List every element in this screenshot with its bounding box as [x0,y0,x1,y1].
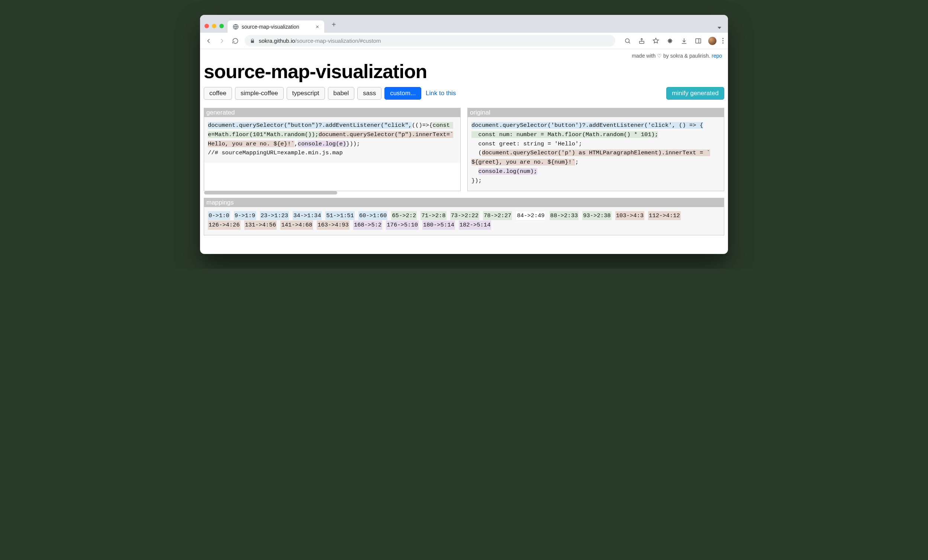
orig-l3: const greet: string = 'Hello'; [472,140,582,147]
mapping-entry[interactable]: 60->1:60 [359,211,388,221]
tabs-dropdown-icon[interactable] [717,27,721,29]
browser-tab[interactable]: source-map-visualization × [227,20,324,33]
orig-l2b: Math.floor(Math.random() * 101); [548,131,658,138]
profile-avatar[interactable] [708,37,716,45]
repo-link[interactable]: repo [711,53,722,59]
mapping-entry[interactable]: 0->1:0 [208,211,230,221]
mapping-entry[interactable]: 23->1:23 [260,211,289,221]
mappings-panel-title: mappings [204,198,724,207]
attribution: made with ♡ by sokra & paulirish. repo [204,51,724,59]
attribution-by: by sokra & paulirish. [662,53,711,59]
mapping-entry[interactable]: 65->2:2 [391,211,417,221]
gen-seg-2: (()=>{ [412,122,433,129]
orig-l6: }); [472,177,482,184]
mapping-entry[interactable]: 71->2:8 [420,211,446,221]
simple-coffee-button[interactable]: simple-coffee [235,87,284,100]
browser-window: source-map-visualization × + sokra.githu… [200,15,728,254]
gen-seg-7: console.log(e) [298,140,346,147]
sass-button[interactable]: sass [357,87,382,100]
svg-point-1 [625,39,629,43]
preset-buttons: coffee simple-coffee typescript babel sa… [204,87,724,100]
mapping-entry[interactable]: 9->1:9 [234,211,256,221]
mapping-entry[interactable]: 93->2:38 [582,211,611,221]
panels: generated document.querySelector("button… [204,108,724,235]
orig-l4a: ( [472,150,482,156]
close-window-button[interactable] [205,24,209,28]
heart-icon: ♡ [657,53,662,59]
custom-button[interactable]: custom... [385,87,421,100]
minify-generated-button[interactable]: minify generated [666,87,724,100]
mapping-entry[interactable]: 88->2:33 [549,211,578,221]
downloads-icon[interactable] [680,37,688,45]
sidepanel-icon[interactable] [694,37,702,45]
orig-l4b: document.querySelector('p') as HTMLParag… [472,150,710,165]
traffic-lights [205,24,224,33]
attribution-prefix: made with [632,53,657,59]
orig-l1: document.querySelector('button')?.addEve… [472,122,703,129]
generated-panel-title: generated [204,108,460,117]
gen-comment: //# sourceMappingURL=example.min.js.map [208,150,343,156]
mapping-entry[interactable]: 168->5:2 [353,221,382,230]
coffee-button[interactable]: coffee [204,87,232,100]
gen-seg-8: })); [346,140,360,147]
address-bar[interactable]: sokra.github.io/source-map-visualization… [245,35,615,46]
svg-rect-3 [696,39,701,43]
original-panel-title: original [468,108,724,117]
mapping-entry[interactable]: 51->1:51 [325,211,354,221]
tab-title: source-map-visualization [242,24,299,30]
mapping-entry[interactable]: 180->5:14 [422,221,455,230]
mapping-entry[interactable]: 78->2:27 [483,211,512,221]
mapping-entry[interactable]: 103->4:3 [615,211,644,221]
forward-button[interactable] [218,37,226,45]
mappings-list[interactable]: 0->1:09->1:923->1:2334->1:3451->1:5160->… [204,207,724,235]
orig-l5a [472,168,478,175]
globe-icon [233,24,239,30]
mappings-panel: mappings 0->1:09->1:923->1:2334->1:3451-… [204,198,724,236]
generated-panel: generated document.querySelector("button… [204,108,461,191]
mapping-entry[interactable]: 182->5:14 [459,221,491,230]
url-path: /source-map-visualization/#custom [295,38,381,44]
mapping-entry[interactable]: 34->1:34 [293,211,322,221]
orig-l2a: const num: number = [472,131,548,138]
new-tab-button[interactable]: + [328,18,340,31]
orig-l5b: console.log(num); [478,168,537,175]
mapping-entry[interactable]: 126->4:26 [208,221,241,230]
original-panel: original document.querySelector('button'… [467,108,724,191]
url-host: sokra.github.io [259,38,295,44]
menu-button[interactable] [722,38,723,44]
gen-seg-6: , [295,140,298,147]
mapping-entry[interactable]: 176->5:10 [386,221,419,230]
mapping-entry[interactable]: 141->4:68 [280,221,313,230]
bookmark-star-icon[interactable] [652,37,660,45]
url-text: sokra.github.io/source-map-visualization… [259,38,381,44]
mapping-entry[interactable]: 84->2:49 [516,211,545,221]
minimize-window-button[interactable] [212,24,217,28]
generated-code[interactable]: document.querySelector("button")?.addEve… [204,117,460,163]
back-button[interactable] [205,37,213,45]
toolbar-actions [624,37,723,45]
mapping-entry[interactable]: 163->4:93 [317,221,350,230]
page-content: made with ♡ by sokra & paulirish. repo s… [200,49,728,254]
extensions-icon[interactable] [666,37,674,45]
gen-seg-4: Math.floor(101*Math.random()); [215,131,319,138]
babel-button[interactable]: babel [328,87,355,100]
lock-icon [250,38,255,44]
search-icon[interactable] [624,37,632,45]
titlebar: source-map-visualization × + [200,15,728,33]
orig-l4c: ; [575,159,578,165]
mapping-entry[interactable]: 73->2:22 [450,211,479,221]
maximize-window-button[interactable] [219,24,224,28]
page-title: source-map-visualization [204,60,724,82]
link-to-this[interactable]: Link to this [426,90,456,97]
browser-toolbar: sokra.github.io/source-map-visualization… [200,33,728,49]
reload-button[interactable] [231,37,240,45]
close-tab-button[interactable]: × [316,23,319,30]
mapping-entry[interactable]: 131->4:56 [244,221,277,230]
mapping-entry[interactable]: 112->4:12 [648,211,681,221]
share-icon[interactable] [638,37,646,45]
typescript-button[interactable]: typescript [287,87,325,100]
gen-seg-1: document.querySelector("button")?.addEve… [208,122,412,129]
original-code[interactable]: document.querySelector('button')?.addEve… [468,117,724,191]
